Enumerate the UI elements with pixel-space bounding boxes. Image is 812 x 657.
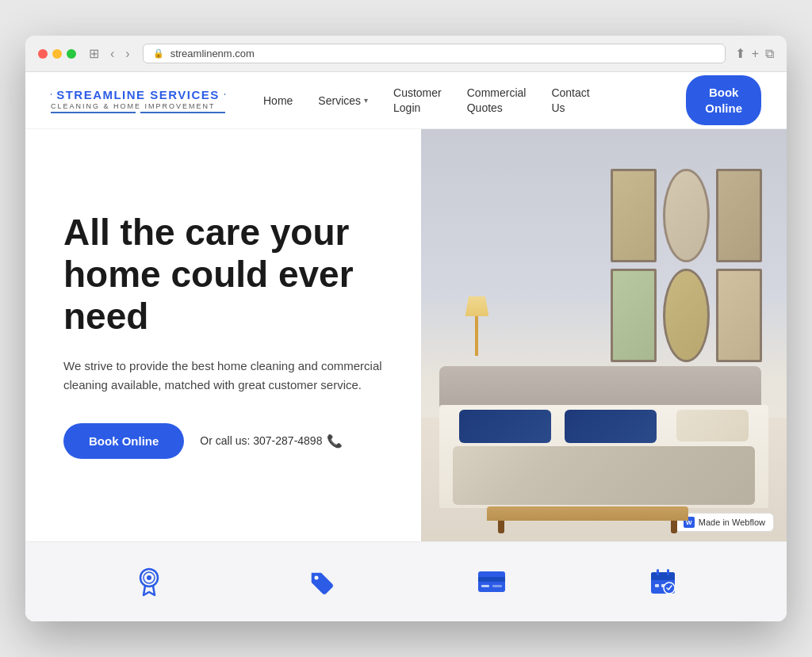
logo-line-right	[224, 94, 225, 95]
svg-rect-5	[478, 577, 505, 582]
wall-frame-1	[611, 169, 657, 262]
nav-customer-login-link[interactable]: Customer Login	[381, 86, 454, 114]
hero-book-button[interactable]: Book Online	[63, 423, 184, 459]
logo-title: STREAMLINE SERVICES	[56, 88, 220, 101]
logo-subtitle: CLEANING & HOME IMPROVEMENT	[51, 102, 216, 110]
hero-call-text: Or call us: 307-287-4898 📞	[200, 434, 343, 449]
lamp-shade	[465, 296, 488, 316]
webflow-badge-text: Made in Webflow	[699, 518, 765, 527]
browser-actions: ⬆ + ⧉	[735, 46, 774, 61]
bed-frame	[439, 405, 768, 508]
tag-icon	[303, 564, 338, 599]
svg-rect-7	[492, 585, 502, 587]
chevron-down-icon: ▾	[364, 72, 368, 129]
hero-left: All the care your home could ever need W…	[25, 129, 421, 541]
nav-contact-link[interactable]: Contact Us	[538, 86, 602, 114]
sidebar-toggle-button[interactable]: ⊞	[86, 44, 102, 63]
lamp	[465, 296, 488, 356]
svg-rect-12	[667, 569, 669, 575]
back-button[interactable]: ‹	[107, 45, 117, 63]
hero-section: All the care your home could ever need W…	[25, 129, 787, 541]
webflow-badge: W Made in Webflow	[675, 513, 774, 532]
nav-commercial-line2: Quotes	[467, 101, 503, 115]
minimize-button[interactable]	[52, 49, 62, 59]
hero-call-label: Or call us: 307-287-4898	[200, 434, 322, 447]
new-tab-button[interactable]: +	[752, 46, 759, 61]
hero-image: W Made in Webflow	[421, 129, 787, 541]
close-button[interactable]	[38, 49, 48, 59]
svg-rect-13	[655, 584, 659, 587]
address-bar[interactable]: 🔒 streamlinenm.com	[143, 44, 726, 63]
lock-icon: 🔒	[153, 48, 164, 59]
nav-cta-line1: Book	[709, 86, 739, 99]
nav-services-link[interactable]: Services ▾	[305, 72, 381, 129]
footer-icon-calendar	[645, 564, 680, 599]
bench	[487, 506, 688, 533]
svg-rect-6	[481, 585, 489, 587]
lamp-base	[475, 316, 478, 356]
logo-line-left	[51, 94, 52, 95]
calendar-icon	[645, 564, 680, 599]
award-icon	[132, 564, 167, 599]
hero-title: All the care your home could ever need	[63, 212, 389, 338]
hero-actions: Book Online Or call us: 307-287-4898 📞	[63, 423, 389, 459]
nav-links: Home Services ▾ Customer Login Commercia…	[251, 72, 686, 129]
footer-icons	[25, 541, 787, 621]
website: STREAMLINE SERVICES CLEANING & HOME IMPR…	[25, 72, 787, 621]
phone-icon: 📞	[327, 434, 343, 449]
wall-frame-2	[663, 169, 709, 262]
nav-contact-line1: Contact	[551, 86, 589, 100]
nav-cta-line2: Online	[705, 101, 742, 115]
nav-customer-login-line2: Login	[393, 101, 420, 115]
svg-point-3	[315, 576, 319, 580]
svg-rect-10	[651, 578, 675, 580]
maximize-button[interactable]	[67, 49, 76, 59]
credit-card-icon	[474, 564, 509, 599]
nav-commercial-quotes-link[interactable]: Commercial Quotes	[454, 86, 539, 114]
logo-lines-bottom	[51, 112, 225, 113]
svg-point-2	[147, 575, 151, 580]
footer-icon-award	[132, 564, 167, 599]
bedroom-illustration	[421, 129, 787, 541]
footer-icon-tag	[303, 564, 338, 599]
logo-line-bottom-right	[140, 112, 225, 113]
logo[interactable]: STREAMLINE SERVICES CLEANING & HOME IMPR…	[51, 88, 225, 113]
wall-frame-6	[716, 269, 762, 362]
svg-rect-11	[657, 569, 659, 575]
browser-window: ⊞ ‹ › 🔒 streamlinenm.com ⬆ + ⧉ STREAMLIN…	[25, 36, 787, 621]
nav-commercial-line1: Commercial	[467, 86, 527, 100]
nav-home-link[interactable]: Home	[251, 72, 305, 129]
nav-book-online-button[interactable]: Book Online	[686, 75, 761, 125]
forward-button[interactable]: ›	[122, 45, 132, 63]
tab-overview-button[interactable]: ⧉	[765, 46, 774, 61]
browser-nav: ⊞ ‹ ›	[86, 44, 133, 63]
traffic-lights	[38, 49, 76, 59]
nav-services-label: Services	[318, 72, 361, 129]
wall-frame-4	[611, 269, 657, 362]
nav-contact-line2: Us	[551, 101, 565, 115]
nav-customer-login-line1: Customer	[393, 86, 442, 100]
logo-line-bottom-left	[51, 112, 136, 113]
wall-frames	[604, 162, 768, 369]
bed-headboard	[439, 366, 761, 410]
wall-frame-5	[663, 269, 709, 362]
share-button[interactable]: ⬆	[735, 46, 745, 61]
footer-icon-card	[474, 564, 509, 599]
browser-chrome: ⊞ ‹ › 🔒 streamlinenm.com ⬆ + ⧉	[25, 36, 787, 72]
hero-subtitle: We strive to provide the best home clean…	[63, 357, 389, 395]
navbar: STREAMLINE SERVICES CLEANING & HOME IMPR…	[25, 72, 787, 129]
logo-lines-top: STREAMLINE SERVICES	[51, 88, 225, 101]
wall-frame-3	[716, 169, 762, 262]
url-text: streamlinenm.com	[170, 48, 255, 59]
